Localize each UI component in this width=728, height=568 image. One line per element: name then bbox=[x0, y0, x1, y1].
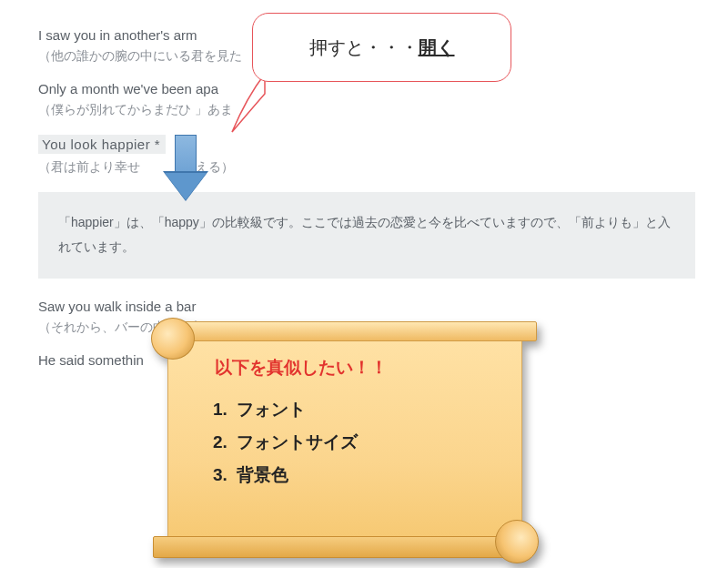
scroll-item-2: 2.フォントサイズ bbox=[213, 431, 511, 454]
line-2-ja: （僕らが別れてからまだひ 」あま bbox=[38, 102, 693, 118]
scroll-note: 以下を真似したい！！ 1.フォント 2.フォントサイズ 3.背景色 bbox=[151, 321, 539, 558]
line-2-en: Only a month we've been apa bbox=[38, 81, 693, 96]
scroll-item-3: 3.背景色 bbox=[213, 463, 511, 487]
line-2: Only a month we've been apa （僕らが別れてからまだひ… bbox=[38, 81, 693, 118]
scroll-roll-bottom bbox=[495, 520, 539, 563]
scroll-content: 以下を真似したい！！ 1.フォント 2.フォントサイズ 3.背景色 bbox=[193, 354, 511, 525]
scroll-list: 1.フォント 2.フォントサイズ 3.背景色 bbox=[213, 398, 511, 487]
scroll-title: 以下を真似したい！！ bbox=[215, 356, 511, 380]
scroll-bar-bottom bbox=[153, 536, 506, 558]
scroll-roll-top bbox=[151, 318, 195, 360]
down-arrow-icon bbox=[165, 135, 207, 204]
bubble-bold: 開く bbox=[419, 37, 455, 57]
stage: { "lines": [ {"en":"I saw you in another… bbox=[0, 0, 728, 568]
speech-bubble: 押すと・・・開く bbox=[252, 13, 511, 82]
highlighted-lyric[interactable]: You look happier * bbox=[38, 135, 166, 154]
line-4-en: Saw you walk inside a bar bbox=[38, 299, 693, 314]
line-3: You look happier * （君は前より幸せ 見える） bbox=[38, 135, 693, 176]
scroll-item-1: 1.フォント bbox=[213, 398, 511, 421]
explanation-box: 「happier」は、「happy」の比較級です。ここでは過去の恋愛と今を比べて… bbox=[38, 192, 695, 279]
bubble-prefix: 押すと・・・ bbox=[309, 37, 419, 57]
speech-bubble-text: 押すと・・・開く bbox=[309, 36, 455, 60]
scroll-bar-top bbox=[184, 321, 537, 341]
line-3-ja: （君は前より幸せ 見える） bbox=[38, 159, 693, 176]
